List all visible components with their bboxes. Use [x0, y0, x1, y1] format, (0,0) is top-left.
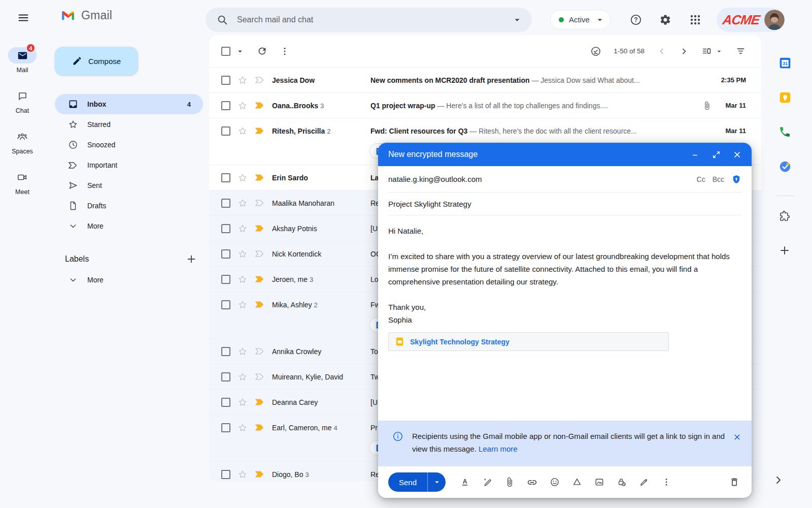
row-checkbox[interactable] — [221, 372, 230, 382]
voice-icon[interactable] — [779, 125, 792, 139]
calendar-icon[interactable]: 31 — [779, 56, 792, 70]
importance-marker-icon[interactable] — [255, 398, 265, 406]
row-checkbox[interactable] — [221, 173, 230, 182]
importance-marker-icon[interactable] — [255, 101, 265, 110]
formatting-options-icon[interactable]: A — [460, 477, 470, 487]
insert-from-drive-icon[interactable] — [572, 477, 582, 487]
star-icon[interactable] — [238, 300, 248, 310]
filter-icon[interactable] — [735, 46, 746, 56]
newer-page-chevron-icon[interactable] — [657, 46, 667, 56]
help-icon[interactable]: ? — [630, 14, 642, 26]
importance-marker-icon[interactable] — [255, 173, 265, 182]
add-ons-icon[interactable] — [779, 210, 792, 223]
refresh-icon[interactable] — [257, 46, 267, 56]
row-checkbox[interactable] — [221, 199, 230, 208]
star-icon[interactable] — [238, 224, 248, 234]
star-icon[interactable] — [238, 423, 248, 433]
attach-file-icon[interactable] — [504, 477, 515, 487]
star-icon[interactable] — [238, 173, 248, 183]
star-icon[interactable] — [238, 198, 248, 208]
star-icon[interactable] — [238, 372, 248, 382]
star-icon[interactable] — [238, 101, 248, 111]
row-checkbox[interactable] — [221, 126, 230, 136]
star-icon[interactable] — [238, 126, 248, 136]
apps-grid-icon[interactable] — [689, 14, 701, 26]
recipients-field[interactable]: natalie.g.king@outlook.com Cc Bcc — [388, 166, 741, 193]
create-label-plus-icon[interactable] — [186, 253, 197, 265]
importance-marker-icon[interactable] — [255, 275, 265, 283]
importance-marker-icon[interactable] — [255, 224, 265, 233]
hide-side-panel-chevron-icon[interactable] — [772, 474, 785, 486]
rail-item-mail[interactable]: 4Mail — [8, 47, 37, 74]
star-icon[interactable] — [238, 75, 248, 85]
importance-marker-icon[interactable] — [255, 76, 265, 84]
star-icon[interactable] — [238, 397, 248, 407]
bcc-button[interactable]: Bcc — [713, 175, 724, 183]
insert-signature-icon[interactable] — [639, 477, 649, 487]
select-caret-icon[interactable] — [235, 47, 245, 56]
account-pill[interactable]: ACME — [717, 8, 783, 32]
confidential-mode-icon[interactable] — [617, 477, 627, 487]
star-icon[interactable] — [238, 346, 248, 357]
star-icon[interactable] — [238, 469, 248, 480]
row-checkbox[interactable] — [221, 398, 230, 407]
row-checkbox[interactable] — [221, 423, 230, 432]
insert-photo-icon[interactable] — [594, 477, 604, 487]
sidebar-item-starred[interactable]: Starred — [55, 114, 203, 135]
importance-marker-icon[interactable] — [255, 199, 265, 207]
row-checkbox[interactable] — [221, 101, 230, 110]
sidebar-item-more[interactable]: More — [55, 216, 203, 236]
settings-gear-icon[interactable] — [659, 14, 671, 26]
row-checkbox[interactable] — [221, 275, 230, 284]
sidebar-item-inbox[interactable]: Inbox4 — [55, 94, 203, 114]
search-input[interactable]: Search mail and chat — [237, 15, 512, 24]
subject-value[interactable]: Project Skylight Strategy — [388, 200, 471, 208]
mark-done-icon[interactable] — [590, 46, 601, 57]
reading-pane-toggle[interactable] — [701, 46, 723, 56]
importance-marker-icon[interactable] — [255, 372, 265, 381]
plus-icon[interactable] — [779, 244, 792, 258]
importance-marker-icon[interactable] — [255, 423, 265, 432]
more-send-options-icon[interactable] — [661, 477, 671, 487]
send-button[interactable]: Send — [388, 472, 446, 492]
importance-marker-icon[interactable] — [255, 300, 265, 309]
sidebar-item-snoozed[interactable]: Snoozed — [55, 135, 203, 155]
sidebar-item-important[interactable]: Important — [55, 155, 203, 175]
rail-item-meet[interactable]: Meet — [8, 169, 37, 196]
status-selector[interactable]: Active — [550, 10, 611, 29]
learn-more-link[interactable]: Learn more — [479, 444, 518, 453]
keep-icon[interactable] — [779, 91, 792, 104]
recipient-value[interactable]: natalie.g.king@outlook.com — [388, 175, 482, 183]
row-checkbox[interactable] — [221, 224, 230, 233]
tasks-icon[interactable] — [779, 160, 792, 173]
importance-marker-icon[interactable] — [255, 249, 265, 258]
close-compose-button[interactable] — [733, 150, 741, 159]
discard-draft-trash-icon[interactable] — [729, 477, 739, 487]
rail-item-chat[interactable]: Chat — [8, 88, 37, 114]
row-checkbox[interactable] — [221, 470, 230, 479]
hamburger-menu-button[interactable] — [13, 8, 33, 28]
banner-close-icon[interactable] — [733, 433, 741, 441]
importance-marker-icon[interactable] — [255, 126, 265, 135]
search-options-caret-icon[interactable] — [512, 14, 523, 25]
insert-link-icon[interactable] — [527, 477, 537, 488]
star-icon[interactable] — [238, 249, 248, 259]
cc-button[interactable]: Cc — [697, 175, 705, 183]
more-options-icon[interactable] — [280, 46, 290, 56]
sidebar-item-sent[interactable]: Sent — [55, 175, 203, 196]
star-icon[interactable] — [238, 274, 248, 284]
row-checkbox[interactable] — [221, 347, 230, 356]
row-checkbox[interactable] — [221, 76, 230, 85]
sidebar-item-drafts[interactable]: Drafts — [55, 196, 203, 216]
send-options-caret[interactable] — [427, 472, 446, 492]
sidebar-item-labels-more[interactable]: More — [55, 270, 203, 290]
email-row[interactable]: Jessica DowNew comments on MCR2020 draft… — [209, 68, 761, 93]
select-all-checkbox[interactable] — [221, 47, 230, 56]
attachment-chip[interactable]: Skylight Technology Strategy — [388, 332, 669, 351]
insert-emoji-icon[interactable] — [550, 477, 560, 487]
help-me-write-icon[interactable] — [482, 477, 492, 487]
importance-marker-icon[interactable] — [255, 470, 265, 479]
row-checkbox[interactable] — [221, 300, 230, 309]
avatar[interactable] — [764, 10, 785, 30]
importance-marker-icon[interactable] — [255, 347, 265, 356]
